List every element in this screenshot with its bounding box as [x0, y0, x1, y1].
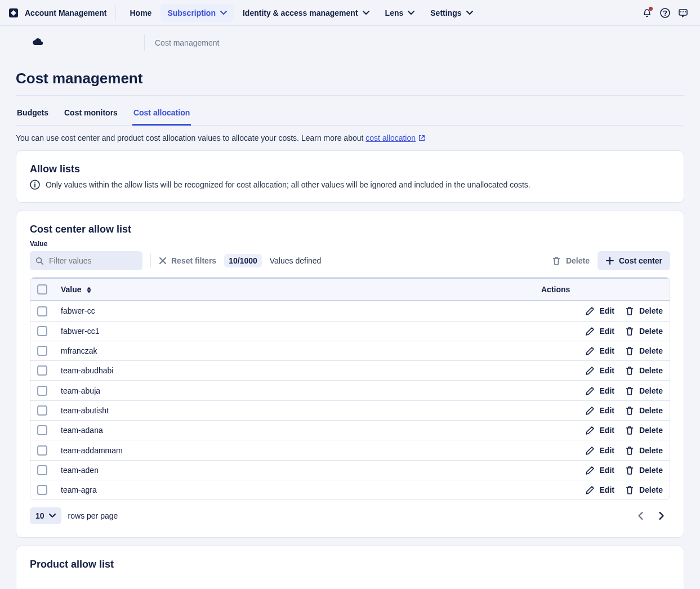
row-checkbox[interactable]: [37, 306, 47, 316]
delete-button[interactable]: Delete: [625, 326, 663, 336]
cloud-icon: [32, 37, 44, 50]
delete-button[interactable]: Delete: [625, 306, 663, 316]
pencil-icon: [585, 326, 595, 336]
delete-button[interactable]: Delete: [625, 365, 663, 376]
row-value: team-agra: [61, 485, 97, 494]
edit-label: Edit: [600, 406, 614, 415]
nav-iam[interactable]: Identity & access management: [236, 4, 376, 22]
edit-button[interactable]: Edit: [585, 346, 614, 356]
nav-lens[interactable]: Lens: [378, 4, 422, 22]
delete-button[interactable]: Delete: [625, 485, 663, 495]
delete-label: Delete: [639, 327, 663, 336]
edit-button[interactable]: Edit: [585, 405, 614, 416]
row-checkbox[interactable]: [37, 445, 47, 456]
delete-button[interactable]: Delete: [625, 445, 663, 456]
prev-page-button[interactable]: [632, 507, 650, 525]
logo-icon: [8, 7, 19, 19]
edit-button[interactable]: Edit: [585, 386, 614, 396]
nav-subscription[interactable]: Subscription: [160, 4, 234, 22]
nav-home[interactable]: Home: [123, 4, 158, 22]
tab-cost-monitors[interactable]: Cost monitors: [63, 100, 119, 126]
reset-filters-button[interactable]: Reset filters: [159, 256, 216, 265]
bulk-delete-label: Delete: [566, 256, 590, 265]
add-cost-center-label: Cost center: [619, 256, 662, 265]
brand[interactable]: Account Management: [8, 5, 116, 21]
edit-button[interactable]: Edit: [585, 326, 614, 336]
table-row: team-adenEditDelete: [30, 461, 670, 480]
delete-label: Delete: [639, 306, 663, 315]
table-row: team-abudhabiEditDelete: [30, 361, 670, 381]
trash-icon: [625, 445, 635, 456]
edit-button[interactable]: Edit: [585, 465, 614, 475]
row-checkbox[interactable]: [37, 386, 47, 396]
edit-button[interactable]: Edit: [585, 485, 614, 495]
sort-icon: [87, 287, 91, 293]
col-value-label: Value: [61, 285, 82, 294]
chevron-right-icon: [657, 512, 665, 520]
allow-lists-card: Allow lists Only values within the allow…: [16, 150, 684, 203]
edit-button[interactable]: Edit: [585, 425, 614, 435]
tab-budgets[interactable]: Budgets: [16, 100, 50, 126]
chevron-left-icon: [637, 512, 645, 520]
values-count-label: Values defined: [270, 256, 322, 265]
row-checkbox[interactable]: [37, 326, 47, 336]
add-cost-center-button[interactable]: Cost center: [598, 251, 670, 270]
delete-button[interactable]: Delete: [625, 346, 663, 356]
page-size-select[interactable]: 10: [30, 507, 61, 524]
tab-cost-allocation[interactable]: Cost allocation: [132, 100, 191, 126]
edit-label: Edit: [600, 306, 614, 315]
delete-button[interactable]: Delete: [625, 425, 663, 435]
secondary-bar: Cost management: [0, 26, 700, 60]
next-page-button[interactable]: [652, 507, 670, 525]
notifications-button[interactable]: [638, 4, 656, 22]
delete-button[interactable]: Delete: [625, 405, 663, 416]
edit-button[interactable]: Edit: [585, 445, 614, 456]
values-count-chip: 10/1000: [224, 254, 262, 267]
edit-button[interactable]: Edit: [585, 365, 614, 376]
help-button[interactable]: [656, 4, 674, 22]
row-checkbox[interactable]: [37, 425, 47, 435]
row-checkbox[interactable]: [37, 465, 47, 475]
nav-settings[interactable]: Settings: [423, 4, 479, 22]
delete-label: Delete: [639, 386, 663, 395]
trash-icon: [625, 365, 635, 376]
info-icon: [30, 180, 40, 190]
select-all-checkbox[interactable]: [37, 284, 47, 294]
product-list-card: Product allow list: [16, 546, 684, 589]
close-icon: [159, 257, 167, 265]
intro-before-link: You can use cost center and product cost…: [16, 133, 365, 142]
row-value: team-aden: [61, 466, 99, 475]
divider: [16, 95, 684, 96]
row-checkbox[interactable]: [37, 485, 47, 495]
delete-button[interactable]: Delete: [625, 386, 663, 396]
col-actions-label: Actions: [541, 285, 570, 294]
cost-allocation-link[interactable]: cost allocation: [365, 133, 416, 142]
breadcrumb: Cost management: [144, 34, 219, 51]
nav-iam-label: Identity & access management: [243, 8, 358, 17]
delete-label: Delete: [639, 466, 663, 475]
feedback-button[interactable]: [674, 4, 692, 22]
pencil-icon: [585, 425, 595, 435]
trash-icon: [625, 405, 635, 416]
filter-input[interactable]: [48, 256, 137, 266]
row-checkbox[interactable]: [37, 365, 47, 376]
bulk-delete-button[interactable]: Delete: [551, 256, 590, 266]
row-checkbox[interactable]: [37, 346, 47, 356]
table-row: team-abujaEditDelete: [30, 381, 670, 400]
chevron-down-icon: [363, 10, 369, 16]
nav-subscription-label: Subscription: [167, 8, 216, 17]
edit-button[interactable]: Edit: [585, 306, 614, 316]
help-icon: [660, 8, 670, 18]
delete-button[interactable]: Delete: [625, 465, 663, 475]
external-link-icon: [418, 134, 426, 142]
col-value[interactable]: Value: [54, 278, 534, 301]
delete-label: Delete: [639, 446, 663, 455]
rows-per-page-label: rows per page: [68, 511, 118, 520]
notification-badge: [649, 7, 653, 11]
row-value: fabwer-cc1: [61, 327, 99, 336]
pencil-icon: [585, 445, 595, 456]
trash-icon: [551, 256, 561, 266]
filter-input-wrapper[interactable]: [30, 251, 142, 270]
row-checkbox[interactable]: [37, 405, 47, 416]
trash-icon: [625, 346, 635, 356]
